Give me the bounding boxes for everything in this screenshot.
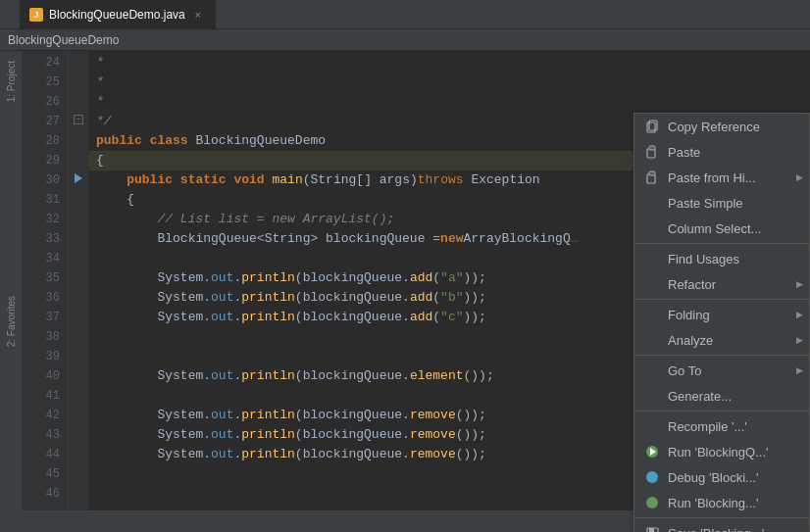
separator-3	[634, 355, 809, 356]
menu-item-folding[interactable]: Folding	[634, 302, 809, 327]
copy-reference-icon	[644, 119, 660, 134]
line-num-33: 33	[25, 229, 60, 249]
tab-close-button[interactable]: ×	[191, 8, 205, 22]
line-num-37: 37	[25, 308, 60, 327]
menu-item-refactor[interactable]: Refactor	[634, 271, 809, 297]
gutter-24	[69, 51, 88, 71]
svg-rect-3	[649, 146, 655, 150]
find-usages-label: Find Usages	[668, 252, 799, 266]
generate-label: Generate...	[668, 389, 799, 404]
gutter-36	[69, 286, 88, 306]
gutter-38	[69, 325, 88, 345]
menu-item-analyze[interactable]: Analyze	[634, 327, 809, 353]
gutter-26	[69, 90, 88, 110]
run-coverage-icon	[644, 495, 660, 510]
menu-item-debug[interactable]: Debug 'Blocki...'	[634, 464, 809, 490]
paste-simple-icon	[644, 195, 660, 211]
menu-item-save[interactable]: Save 'Blocking...'	[634, 520, 809, 532]
run-icon	[644, 444, 660, 459]
copy-reference-label: Copy Reference	[668, 120, 799, 134]
separator-2	[634, 299, 809, 300]
line-num-31: 31	[25, 190, 60, 210]
gutter-32	[69, 208, 88, 227]
breadcrumb-bar: BlockingQueueDemo	[0, 29, 810, 51]
gutter-41	[69, 384, 88, 404]
save-label: Save 'Blocking...'	[668, 526, 799, 533]
line-num-38: 38	[25, 327, 60, 347]
gutter-30	[69, 169, 88, 188]
project-label: 1: Project	[6, 61, 17, 102]
menu-item-run-coverage[interactable]: Run 'Blocking...'	[634, 490, 809, 515]
code-line-26: *	[88, 92, 810, 112]
gutter-28	[69, 129, 88, 149]
line-numbers: 24 25 26 27 28 29 30 31 32 33 34 35 36 3…	[22, 51, 69, 532]
paste-history-icon	[644, 169, 660, 185]
gutter-39	[69, 345, 88, 364]
run-label: Run 'BlockingQ...'	[668, 445, 799, 459]
gutter-42	[69, 404, 88, 423]
gutter-37	[69, 306, 88, 325]
analyze-icon	[644, 332, 660, 348]
menu-item-generate[interactable]: Generate...	[634, 383, 809, 409]
gutter-27: −	[69, 110, 88, 129]
line-num-28: 28	[25, 131, 60, 151]
line-num-42: 42	[25, 406, 60, 425]
line-num-43: 43	[25, 425, 60, 445]
tab-bar: J BlockingQueueDemo.java ×	[0, 0, 810, 29]
separator-5	[634, 517, 809, 518]
paste-label: Paste	[668, 145, 799, 160]
folding-icon	[644, 307, 660, 322]
line-num-34: 34	[25, 249, 60, 268]
folding-label: Folding	[668, 308, 799, 322]
menu-item-recompile[interactable]: Recompile '...'	[634, 413, 809, 439]
menu-item-paste-simple[interactable]: Paste Simple	[634, 190, 809, 216]
active-tab[interactable]: J BlockingQueueDemo.java ×	[20, 0, 216, 28]
recompile-label: Recompile '...'	[668, 419, 799, 434]
gutter-45	[69, 462, 88, 482]
gutter-33	[69, 227, 88, 247]
java-file-icon: J	[29, 8, 43, 22]
menu-item-run[interactable]: Run 'BlockingQ...'	[634, 439, 809, 464]
separator-1	[634, 243, 809, 244]
breadcrumb: BlockingQueueDemo	[8, 33, 119, 47]
favorites-label: 2: Favorites	[6, 296, 17, 347]
menu-item-copy-reference[interactable]: Copy Reference	[634, 114, 809, 139]
svg-rect-5	[649, 171, 655, 175]
gutter-31	[69, 188, 88, 208]
gutter-29	[69, 149, 88, 169]
column-select-label: Column Select...	[668, 221, 799, 236]
menu-item-column-select[interactable]: Column Select...	[634, 216, 809, 241]
gutter: −	[69, 51, 88, 532]
goto-icon	[644, 363, 660, 378]
paste-simple-label: Paste Simple	[668, 196, 799, 211]
menu-item-find-usages[interactable]: Find Usages	[634, 246, 809, 271]
menu-item-goto[interactable]: Go To	[634, 358, 809, 383]
gutter-40	[69, 364, 88, 384]
code-line-24: *	[88, 53, 810, 73]
save-icon	[644, 525, 660, 532]
gutter-35	[69, 266, 88, 286]
line-num-32: 32	[25, 210, 60, 229]
line-num-26: 26	[25, 92, 60, 112]
menu-item-paste-from-history[interactable]: Paste from Hi...	[634, 165, 809, 190]
menu-item-paste[interactable]: Paste	[634, 139, 809, 165]
gutter-43	[69, 423, 88, 443]
refactor-icon	[644, 276, 660, 292]
line-num-36: 36	[25, 288, 60, 308]
refactor-label: Refactor	[668, 277, 799, 292]
recompile-icon	[644, 418, 660, 434]
line-num-24: 24	[25, 53, 60, 73]
left-sidebar: 1: Project 2: Favorites	[0, 51, 22, 532]
code-line-25: *	[88, 73, 810, 92]
paste-from-label: Paste from Hi...	[668, 170, 799, 185]
line-num-30: 30	[25, 170, 60, 190]
line-num-29: 29	[25, 151, 60, 170]
line-num-27: 27	[25, 112, 60, 131]
fold-icon-27[interactable]: −	[74, 115, 83, 124]
line-num-40: 40	[25, 366, 60, 386]
line-num-45: 45	[25, 464, 60, 484]
debug-icon	[644, 469, 660, 485]
gutter-46	[69, 482, 88, 502]
analyze-label: Analyze	[668, 333, 799, 348]
generate-icon	[644, 388, 660, 404]
